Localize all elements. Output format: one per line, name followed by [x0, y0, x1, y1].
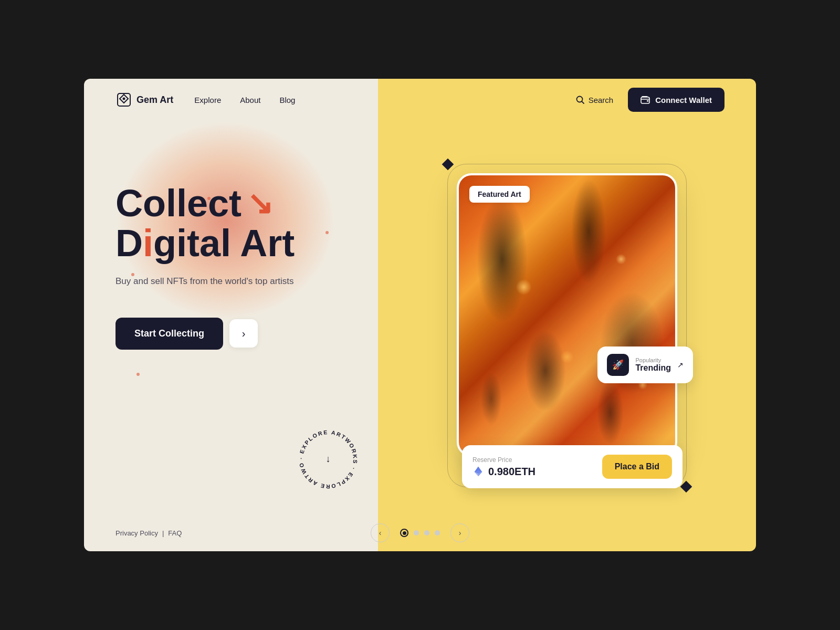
hero-title-line2: Digital Art	[116, 224, 368, 264]
popularity-label: Popularity	[635, 357, 671, 363]
eth-price-display: 0.980ETH	[472, 466, 536, 478]
popularity-text: Popularity Trending	[635, 357, 671, 373]
hero-d-letter: D	[116, 224, 143, 264]
slide-dots	[400, 529, 440, 537]
slide-dot-3[interactable]	[424, 530, 429, 536]
search-label: Search	[589, 96, 614, 104]
connect-wallet-label: Connect Wallet	[655, 96, 712, 104]
bid-card: Reserve Price 0.980ETH Place a Bid	[462, 445, 682, 488]
nav-about[interactable]: About	[240, 96, 260, 104]
hero-subtitle: Buy and sell NFTs from the world's top a…	[116, 275, 368, 288]
place-bid-button[interactable]: Place a Bid	[602, 455, 672, 479]
slide-dot-2[interactable]	[414, 530, 419, 536]
next-slide-button[interactable]: ›	[450, 523, 469, 542]
circular-explore-text[interactable]: · EXPLORE ARTWORKS · EXPLORE ARTWORKS ↓	[294, 425, 362, 494]
nft-card-container: Featured Art 🚀 Popularity Trending ↗ Res…	[457, 173, 677, 478]
eth-amount: 0.980ETH	[488, 466, 536, 478]
popularity-arrow-icon: ↗	[677, 361, 684, 369]
nav-blog[interactable]: Blog	[279, 96, 295, 104]
search-button[interactable]: Search	[576, 96, 614, 104]
svg-point-9	[123, 98, 125, 100]
footer-links: Privacy Policy | FAQ	[116, 529, 182, 537]
svg-rect-13	[647, 100, 649, 102]
prev-slide-button[interactable]: ‹	[371, 523, 390, 542]
svg-line-11	[582, 101, 584, 103]
hero-title-line1: Collect ↘	[116, 184, 368, 224]
bid-left: Reserve Price 0.980ETH	[472, 456, 536, 478]
hero-collect-text: Collect	[116, 184, 242, 224]
nft-artwork-image	[459, 175, 675, 455]
hero-arrow-icon: ↘	[247, 188, 273, 219]
navbar: Gem Art Explore About Blog Search	[84, 79, 756, 121]
nav-links: Explore About Blog	[194, 96, 295, 104]
deco-dot-7	[136, 373, 140, 376]
slide-dot-4[interactable]	[435, 530, 440, 536]
popularity-value: Trending	[635, 363, 671, 373]
privacy-policy-link[interactable]: Privacy Policy	[116, 529, 158, 537]
footer: Privacy Policy | FAQ ‹ ›	[84, 514, 756, 551]
rocket-icon: 🚀	[607, 354, 629, 376]
faq-link[interactable]: FAQ	[168, 529, 182, 537]
featured-art-badge: Featured Art	[469, 186, 530, 203]
nav-right: Search Connect Wallet	[576, 88, 724, 112]
logo[interactable]: Gem Art	[116, 91, 173, 108]
footer-separator: |	[162, 529, 164, 537]
brand-name: Gem Art	[136, 94, 173, 106]
hero-dot-accent: i	[143, 224, 153, 264]
logo-icon	[116, 91, 132, 108]
corner-diamond-tl	[442, 159, 454, 171]
right-panel: Featured Art 🚀 Popularity Trending ↗ Res…	[378, 79, 756, 551]
nft-card: Featured Art	[457, 173, 677, 457]
left-panel: Collect ↘ Digital Art Buy and sell NFTs …	[84, 79, 378, 551]
popularity-card: 🚀 Popularity Trending ↗	[597, 346, 693, 383]
svg-text:↓: ↓	[326, 454, 331, 464]
connect-wallet-button[interactable]: Connect Wallet	[628, 88, 724, 112]
search-icon	[576, 96, 584, 104]
wallet-icon	[640, 95, 650, 104]
svg-rect-12	[641, 97, 649, 103]
ethereum-logo	[472, 466, 484, 477]
nav-explore[interactable]: Explore	[194, 96, 221, 104]
start-collecting-button[interactable]: Start Collecting	[116, 318, 223, 350]
hero-rest-text: gital Art	[153, 224, 295, 264]
cta-row: Start Collecting ›	[116, 318, 368, 350]
pagination-nav: ‹ ›	[371, 523, 469, 542]
slide-dot-1[interactable]	[400, 529, 408, 537]
hero-content: Collect ↘ Digital Art Buy and sell NFTs …	[116, 184, 368, 350]
cta-arrow-button[interactable]: ›	[229, 319, 258, 348]
reserve-price-label: Reserve Price	[472, 456, 536, 464]
